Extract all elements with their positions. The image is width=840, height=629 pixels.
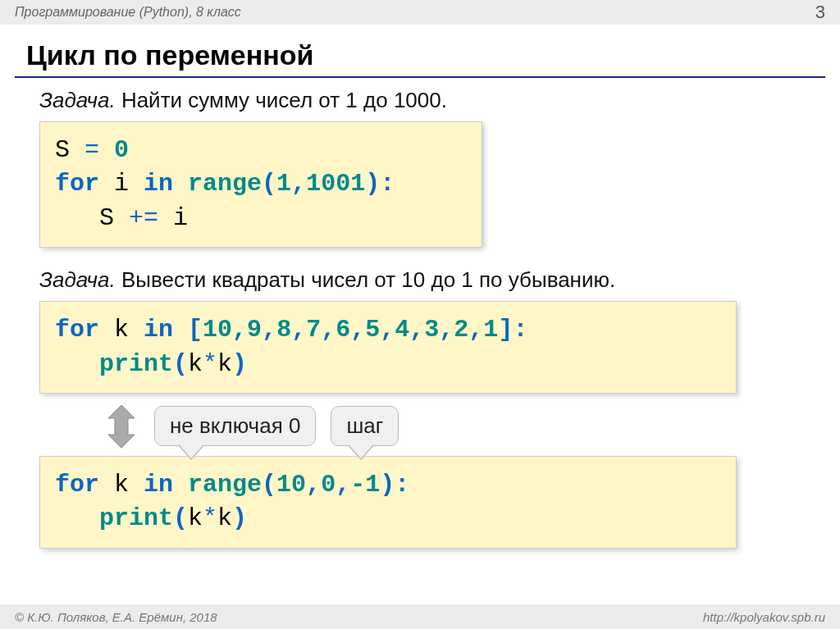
task-1-label: Задача. bbox=[39, 88, 116, 112]
code-box-3: for k in range(10,0,-1): print(k*k) bbox=[39, 456, 737, 549]
task-1-text: Найти сумму чисел от 1 до 1000. bbox=[116, 88, 447, 112]
task-2: Задача. Вывести квадраты чисел от 10 до … bbox=[39, 267, 801, 293]
task-2-text: Вывести квадраты чисел от 10 до 1 по убы… bbox=[116, 267, 616, 292]
task-1: Задача. Найти сумму чисел от 1 до 1000. bbox=[39, 88, 801, 113]
code-box-1: S = 0 for i in range(1,1001): S += i bbox=[39, 121, 482, 248]
page-number: 3 bbox=[815, 2, 825, 23]
slide-title: Цикл по переменной bbox=[0, 25, 840, 76]
callout-step: шаг bbox=[331, 406, 399, 446]
copyright: © К.Ю. Поляков, Е.А. Ерёмин, 2018 bbox=[15, 610, 217, 624]
svg-marker-0 bbox=[108, 405, 135, 448]
callouts: не включая 0 шаг bbox=[154, 406, 399, 446]
code-box-2: for k in [10,9,8,7,6,5,4,3,2,1]: print(k… bbox=[39, 301, 737, 394]
course-name: Программирование (Python), 8 класс bbox=[15, 5, 241, 20]
content: Задача. Найти сумму чисел от 1 до 1000. … bbox=[0, 88, 840, 563]
up-down-arrow-icon bbox=[105, 405, 138, 448]
slide: Программирование (Python), 8 класс 3 Цик… bbox=[0, 0, 840, 629]
header-bar: Программирование (Python), 8 класс 3 bbox=[0, 0, 840, 25]
site-url: http://kpolyakov.spb.ru bbox=[703, 610, 825, 624]
task-2-label: Задача. bbox=[39, 267, 116, 292]
equivalence-row: не включая 0 шаг bbox=[105, 405, 801, 448]
footer-bar: © К.Ю. Поляков, Е.А. Ерёмин, 2018 http:/… bbox=[0, 604, 840, 629]
title-underline bbox=[15, 76, 825, 78]
callout-not-including-zero: не включая 0 bbox=[154, 406, 316, 446]
